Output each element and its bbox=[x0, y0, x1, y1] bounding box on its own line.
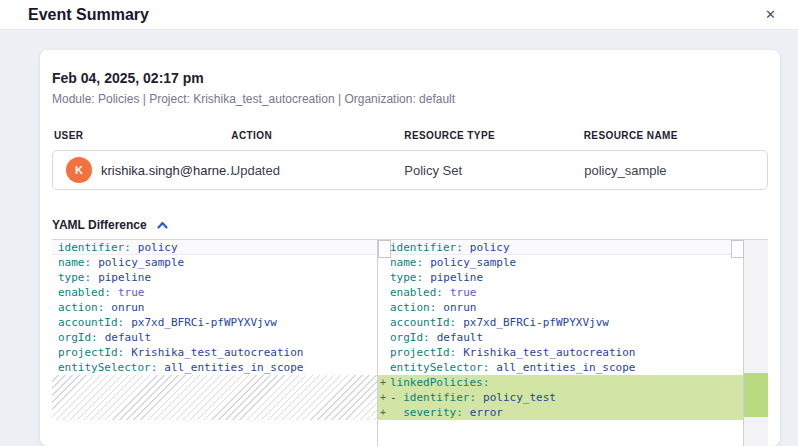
diff-line: accountId:px7xd_BFRCi-pfWPYXVjvw bbox=[378, 315, 743, 330]
diff-line: type:pipeline bbox=[378, 270, 743, 285]
diff-pane-old[interactable]: identifier:policy name:policy_sample typ… bbox=[52, 240, 378, 446]
event-summary-card: Feb 04, 2025, 02:17 pm Module: Policies … bbox=[40, 50, 780, 446]
yaml-diff-viewer: identifier:policy name:policy_sample typ… bbox=[52, 239, 768, 446]
table-row[interactable]: K krishika.singh@harne... Updated Policy… bbox=[52, 150, 768, 190]
diff-line: action:onrun bbox=[52, 300, 377, 315]
resource-name-cell: policy_sample bbox=[584, 163, 767, 178]
diff-line: identifier:policy bbox=[52, 240, 377, 255]
diff-line: name:policy_sample bbox=[52, 255, 377, 270]
page-title: Event Summary bbox=[28, 6, 149, 24]
diff-minimap bbox=[744, 240, 768, 446]
diff-line: action:onrun bbox=[378, 300, 743, 315]
user-email: krishika.singh@harne... bbox=[101, 163, 237, 178]
scrollbar-thumb-left[interactable] bbox=[378, 240, 391, 258]
col-user: USER bbox=[54, 130, 231, 141]
diff-line: orgId:default bbox=[52, 330, 377, 345]
diff-line-added: +linkedPolicies: bbox=[378, 375, 743, 390]
event-meta: Module: Policies | Project: Krishika_tes… bbox=[52, 92, 768, 106]
yaml-difference-toggle[interactable]: YAML Difference bbox=[52, 218, 768, 232]
audit-table-header: USER ACTION RESOURCE TYPE RESOURCE NAME bbox=[52, 130, 768, 141]
avatar: K bbox=[66, 157, 92, 183]
diff-line: identifier:policy bbox=[378, 240, 743, 255]
diff-pane-new[interactable]: identifier:policy name:policy_sample typ… bbox=[378, 240, 744, 446]
scrollbar-thumb-right[interactable] bbox=[731, 240, 744, 258]
diff-empty-placeholder bbox=[52, 375, 377, 420]
diff-line-added: +- identifier:policy_test bbox=[378, 390, 743, 405]
minimap-added-marker bbox=[744, 373, 768, 417]
diff-line: projectId:Krishika_test_autocreation bbox=[52, 345, 377, 360]
event-timestamp: Feb 04, 2025, 02:17 pm bbox=[52, 70, 768, 86]
col-resource-name: RESOURCE NAME bbox=[584, 130, 766, 141]
diff-line: name:policy_sample bbox=[378, 255, 743, 270]
col-action: ACTION bbox=[231, 130, 404, 141]
diff-line-added: + severity:error bbox=[378, 405, 743, 420]
col-resource-type: RESOURCE TYPE bbox=[404, 130, 583, 141]
diff-line: orgId:default bbox=[378, 330, 743, 345]
resource-type-cell: Policy Set bbox=[404, 163, 584, 178]
diff-line: accountId:px7xd_BFRCi-pfWPYXVjvw bbox=[52, 315, 377, 330]
chevron-up-icon[interactable] bbox=[156, 219, 169, 232]
action-cell: Updated bbox=[231, 163, 405, 178]
diff-line: enabled:true bbox=[378, 285, 743, 300]
diff-line: type:pipeline bbox=[52, 270, 377, 285]
audit-table: USER ACTION RESOURCE TYPE RESOURCE NAME … bbox=[52, 130, 768, 190]
close-icon[interactable]: ✕ bbox=[765, 8, 776, 21]
diff-line: projectId:Krishika_test_autocreation bbox=[378, 345, 743, 360]
diff-line: entitySelector:all_entities_in_scope bbox=[378, 360, 743, 375]
diff-line: entitySelector:all_entities_in_scope bbox=[52, 360, 377, 375]
modal-header: Event Summary ✕ bbox=[0, 0, 798, 30]
diff-line: enabled:true bbox=[52, 285, 377, 300]
yaml-difference-label: YAML Difference bbox=[52, 218, 147, 232]
user-cell: K krishika.singh@harne... bbox=[53, 157, 231, 183]
